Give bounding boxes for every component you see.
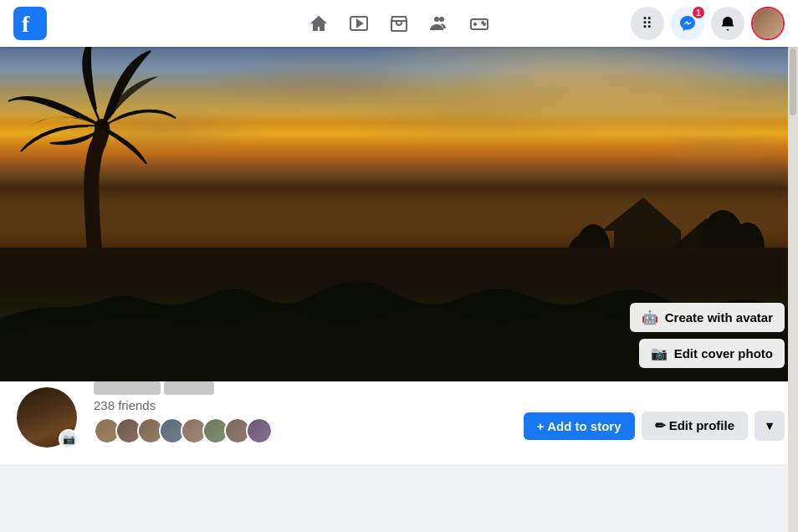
page-content: 🤖 Create with avatar 📷 Edit cover photo … <box>0 47 798 464</box>
user-avatar-nav[interactable] <box>751 7 785 40</box>
create-with-avatar-button[interactable]: 🤖 Create with avatar <box>630 303 785 332</box>
svg-marker-3 <box>357 20 362 27</box>
add-to-story-button[interactable]: + Add to story <box>524 412 635 440</box>
svg-marker-10 <box>601 197 681 231</box>
profile-avatar-wrapper: 📷 <box>13 384 80 451</box>
svg-point-5 <box>439 17 444 22</box>
apps-button[interactable]: ⠿ <box>631 7 664 40</box>
profile-left: 📷 238 friends <box>13 381 268 451</box>
friend-avatar-7[interactable] <box>246 417 273 444</box>
name-blur-2 <box>164 381 214 395</box>
edit-profile-label: ✏ Edit profile <box>655 418 735 433</box>
nav-left: f <box>13 7 47 40</box>
nav-center <box>299 3 499 43</box>
scrollbar-thumb <box>790 49 796 115</box>
profile-actions: + Add to story ✏ Edit profile ▾ <box>524 411 785 451</box>
camera-icon: 📷 <box>651 345 668 361</box>
notifications-button[interactable] <box>711 7 744 40</box>
profile-section: 📷 238 friends + Add to story ✏ Edit prof… <box>0 381 798 464</box>
profile-name-bar <box>94 381 268 395</box>
profile-info: 238 friends <box>94 381 268 451</box>
friends-avatars <box>94 417 268 444</box>
avatar-icon: 🤖 <box>642 309 658 325</box>
avatar-camera-button[interactable]: 📷 <box>59 429 79 449</box>
svg-point-8 <box>483 23 485 25</box>
nav-home-button[interactable] <box>299 3 339 43</box>
cover-photo: 🤖 Create with avatar 📷 Edit cover photo <box>0 47 798 381</box>
nav-right: ⠿ 1 <box>631 7 785 40</box>
add-story-label: + Add to story <box>537 419 622 433</box>
edit-profile-button[interactable]: ✏ Edit profile <box>642 412 749 440</box>
more-options-button[interactable]: ▾ <box>755 411 785 441</box>
edit-cover-label: Edit cover photo <box>674 346 773 361</box>
svg-rect-0 <box>13 7 47 40</box>
friends-count: 238 friends <box>94 398 268 412</box>
nav-watch-button[interactable] <box>339 3 379 43</box>
top-navbar: f ⠿ 1 <box>0 0 798 47</box>
cover-buttons: 🤖 Create with avatar 📷 Edit cover photo <box>630 303 785 368</box>
create-avatar-label: Create with avatar <box>665 310 773 325</box>
messenger-button[interactable]: 1 <box>671 7 704 40</box>
svg-point-4 <box>434 17 439 22</box>
messenger-badge: 1 <box>691 5 706 20</box>
name-blur-1 <box>94 381 161 395</box>
edit-cover-photo-button[interactable]: 📷 Edit cover photo <box>639 339 785 368</box>
svg-text:f: f <box>22 11 30 37</box>
more-icon: ▾ <box>766 418 773 433</box>
facebook-logo: f <box>13 7 47 40</box>
scrollbar[interactable] <box>788 47 798 532</box>
nav-gaming-button[interactable] <box>459 3 499 43</box>
nav-groups-button[interactable] <box>419 3 459 43</box>
nav-marketplace-button[interactable] <box>379 3 419 43</box>
